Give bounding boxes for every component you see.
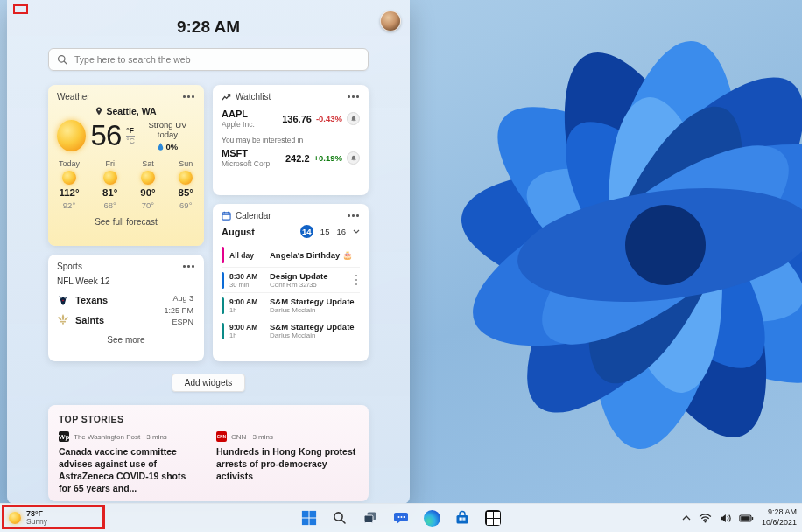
calendar-date[interactable]: 15 xyxy=(320,227,330,236)
current-temp: 56 xyxy=(91,119,122,152)
store-icon[interactable] xyxy=(453,508,472,528)
tray-clock[interactable]: 9:28 AM 10/6/2021 xyxy=(762,508,797,528)
calendar-title: Calendar xyxy=(236,211,271,220)
cnn-logo-icon: CNN xyxy=(216,431,227,442)
game-date: Aug 3 xyxy=(164,293,193,305)
taskbar: 78°F Sunny xyxy=(0,503,802,532)
event-color-bar xyxy=(222,272,224,289)
calendar-event[interactable]: 8:30 AM 30 min Design Update Conf Rm 32/… xyxy=(222,267,360,292)
trend-chart-icon xyxy=(222,93,231,102)
windows-bloom-wallpaper xyxy=(376,0,802,532)
more-options-icon[interactable] xyxy=(182,262,195,270)
chat-icon[interactable] xyxy=(391,508,411,528)
saints-logo-icon xyxy=(57,314,69,326)
weather-location: Seattle, WA xyxy=(106,106,156,116)
add-widgets-button[interactable]: Add widgets xyxy=(172,374,245,392)
sun-icon xyxy=(103,171,117,185)
weather-widget[interactable]: Weather Seattle, WA 56 xyxy=(48,85,204,246)
calendar-event[interactable]: 9:00 AM 1h S&M Startegy Update Darius Mc… xyxy=(222,292,360,318)
volume-icon[interactable] xyxy=(720,514,731,523)
chevron-down-icon[interactable] xyxy=(353,229,360,234)
widgets-panel: 9:28 AM Weather xyxy=(7,0,410,504)
stock-row[interactable]: AAPL Apple Inc. 136.76 -0.43% xyxy=(222,108,360,129)
event-color-bar xyxy=(222,323,224,340)
unit-celsius[interactable]: °C xyxy=(126,136,135,145)
event-menu-icon[interactable] xyxy=(353,274,360,286)
sports-league: NFL Week 12 xyxy=(57,276,195,286)
story-item[interactable]: Wp The Washington Post · 3 mins Canada v… xyxy=(59,431,200,494)
event-color-bar xyxy=(222,298,224,314)
more-options-icon[interactable] xyxy=(182,93,195,101)
search-input[interactable] xyxy=(74,54,360,65)
watchlist-widget[interactable]: Watchlist AAPL Apple Inc. 136.76 -0.43% xyxy=(213,85,369,195)
story-headline: Hundreds in Hong Kong protest arrests of… xyxy=(216,446,358,483)
story-attribution: The Washington Post · 3 mins xyxy=(74,433,167,441)
calendar-event[interactable]: All day Angela's Birthday 🎂 xyxy=(222,243,360,267)
search-icon xyxy=(57,54,68,66)
sports-title: Sports xyxy=(57,262,82,271)
see-more-link[interactable]: See more xyxy=(57,335,195,345)
web-search-bar[interactable] xyxy=(48,48,369,71)
watchlist-title: Watchlist xyxy=(236,92,271,102)
alert-bell-icon[interactable] xyxy=(347,151,360,164)
sports-widget[interactable]: Sports NFL Week 12 Texans xyxy=(48,255,204,361)
washington-post-logo-icon: Wp xyxy=(59,431,69,442)
team-name: Texans xyxy=(75,295,108,305)
chevron-up-icon[interactable] xyxy=(682,515,691,521)
game-network: ESPN xyxy=(164,317,193,329)
story-headline: Canada vaccine committee advises against… xyxy=(59,446,200,494)
annotation-highlight-box xyxy=(2,505,105,529)
task-view-icon[interactable] xyxy=(361,508,380,528)
stock-row[interactable]: MSFT Microsoft Corp. 242.2 +0.19% xyxy=(222,148,360,168)
calendar-month: August xyxy=(222,227,255,237)
interested-label: You may be interested in xyxy=(222,136,360,144)
desktop: 9:28 AM Weather xyxy=(0,0,802,532)
forecast-day[interactable]: Sat 90° 70° xyxy=(140,159,155,210)
forecast-day[interactable]: Today 112° 92° xyxy=(59,159,80,210)
story-attribution: CNN · 3 mins xyxy=(231,433,273,441)
team-name: Saints xyxy=(75,315,104,326)
weather-title: Weather xyxy=(57,92,90,102)
calendar-date-selected[interactable]: 14 xyxy=(300,225,313,238)
widget-grid: Weather Seattle, WA 56 xyxy=(48,85,369,361)
tray-time: 9:28 AM xyxy=(762,508,797,518)
battery-icon[interactable] xyxy=(739,514,754,523)
texans-logo-icon xyxy=(57,294,69,306)
calendar-widget[interactable]: Calendar August 14 15 16 xyxy=(213,204,369,361)
panel-clock: 9:28 AM xyxy=(48,18,369,37)
story-item[interactable]: CNN CNN · 3 mins Hundreds in Hong Kong p… xyxy=(216,431,358,494)
location-pin-icon xyxy=(95,107,102,116)
sun-icon xyxy=(141,171,155,185)
calendar-date[interactable]: 16 xyxy=(336,227,346,236)
taskbar-search-icon[interactable] xyxy=(330,508,349,528)
top-stories-card: TOP STORIES Wp The Washington Post · 3 m… xyxy=(48,405,369,501)
more-options-icon[interactable] xyxy=(347,212,360,220)
sun-icon xyxy=(57,120,86,151)
precip-value: 0% xyxy=(166,142,179,151)
more-options-icon[interactable] xyxy=(347,93,360,101)
sun-icon xyxy=(179,171,193,185)
edge-icon[interactable] xyxy=(422,508,441,528)
see-full-forecast-link[interactable]: See full forecast xyxy=(57,217,195,227)
annotation-marker xyxy=(13,4,28,14)
sun-icon xyxy=(62,171,76,185)
start-button[interactable] xyxy=(299,508,319,528)
calendar-event[interactable]: 9:00 AM 1h S&M Startegy Update Darius Mc… xyxy=(222,318,360,343)
top-stories-title: TOP STORIES xyxy=(59,414,358,424)
event-color-bar xyxy=(222,247,224,263)
wifi-icon[interactable] xyxy=(699,513,712,523)
alert-bell-icon[interactable] xyxy=(347,112,360,125)
avatar[interactable] xyxy=(380,10,401,32)
windows-dark-app-icon[interactable] xyxy=(483,508,503,528)
droplet-icon xyxy=(158,143,164,150)
tray-date: 10/6/2021 xyxy=(762,518,797,528)
calendar-icon xyxy=(222,211,231,220)
forecast-day[interactable]: Sun 85° 69° xyxy=(179,159,193,210)
unit-fahrenheit[interactable]: °F xyxy=(126,126,135,135)
game-time: 1:25 PM xyxy=(164,305,193,318)
weather-condition: Strong UV today xyxy=(149,120,187,139)
forecast-day[interactable]: Fri 81° 68° xyxy=(102,159,117,210)
